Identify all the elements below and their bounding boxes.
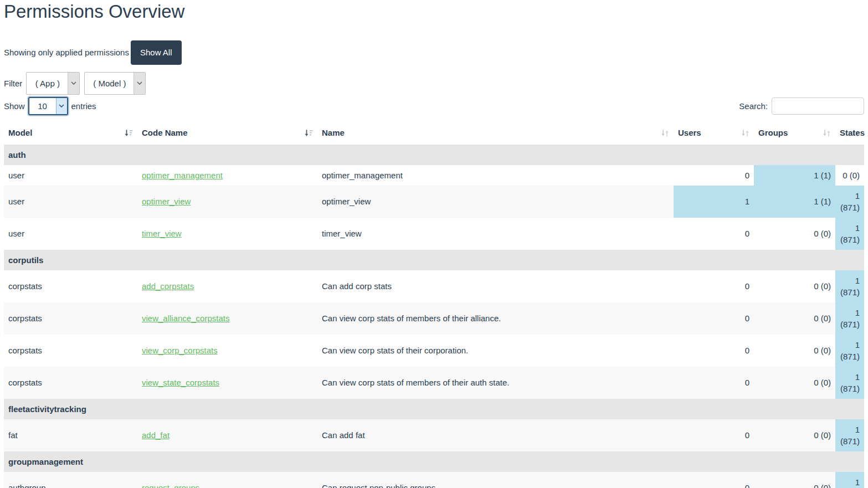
code-name-link[interactable]: view_alliance_corpstats: [142, 314, 229, 323]
page-length-select[interactable]: 10: [29, 98, 67, 114]
app-filter: ( App ): [26, 72, 80, 95]
permission-row: useroptimer_managementoptimer_management…: [4, 165, 864, 186]
groups-count-cell: 0 (0): [754, 302, 835, 335]
groups-count-cell: 1 (1): [754, 165, 835, 186]
groups-count-cell: 0 (0): [754, 218, 835, 250]
app-group-label: corputils: [4, 250, 864, 270]
entries-label: entries: [71, 101, 96, 111]
model-cell: fat: [4, 419, 137, 451]
groups-count-cell: 0 (0): [754, 335, 835, 367]
groups-count-cell: 0 (0): [754, 270, 835, 302]
users-count-cell: 0: [674, 472, 754, 488]
states-count-cell: 1 (871): [835, 302, 864, 335]
permission-row: corpstatsview_state_corpstatsCan view co…: [4, 367, 864, 399]
code-name-cell: optimer_view: [137, 186, 317, 218]
permission-row: corpstatsview_alliance_corpstatsCan view…: [4, 302, 864, 335]
users-count-cell: 0: [674, 335, 754, 367]
code-name-cell: timer_view: [137, 218, 317, 250]
model-cell: corpstats: [4, 367, 137, 399]
users-count-cell: 0: [674, 218, 754, 250]
code-name-cell: add_corpstats: [137, 270, 317, 302]
column-header-label: Users: [678, 128, 701, 137]
code-name-link[interactable]: optimer_view: [142, 197, 191, 206]
app-group-label: fleetactivitytracking: [4, 399, 864, 419]
code-name-cell: optimer_management: [137, 165, 317, 186]
model-cell: user: [4, 165, 137, 186]
column-header-code-name[interactable]: Code Name: [137, 123, 317, 145]
name-cell: Can request non-public groups: [317, 472, 674, 488]
column-header-label: Groups: [758, 128, 788, 137]
code-name-cell: view_corp_corpstats: [137, 335, 317, 367]
show-label: Show: [4, 101, 25, 111]
users-count-cell: 0: [674, 419, 754, 451]
filter-row: Filter ( App ) ( Model ): [4, 72, 864, 95]
sort-amount-asc-icon: [124, 129, 133, 140]
code-name-link[interactable]: timer_view: [142, 229, 182, 238]
model-cell: corpstats: [4, 270, 137, 302]
search-control: Search:: [739, 97, 864, 115]
code-name-link[interactable]: request_groups: [142, 483, 199, 488]
app-group-label: auth: [4, 145, 864, 165]
code-name-link[interactable]: optimer_management: [142, 171, 223, 180]
permission-row: corpstatsadd_corpstatsCan add corp stats…: [4, 270, 864, 302]
name-cell: Can view corp stats of members of their …: [317, 302, 674, 335]
column-header-groups[interactable]: Groups: [754, 123, 835, 145]
groups-count-cell: 0 (0): [754, 472, 835, 488]
states-count-cell: 1 (871): [835, 218, 864, 250]
permission-row: fatadd_fatCan add fat00 (0)1 (871): [4, 419, 864, 451]
code-name-cell: view_state_corpstats: [137, 367, 317, 399]
states-count-cell: 1 (871): [835, 335, 864, 367]
code-name-cell: request_groups: [137, 472, 317, 488]
states-count-cell: 1 (871): [835, 472, 864, 488]
states-count-cell: 1 (871): [835, 270, 864, 302]
name-cell: Can add corp stats: [317, 270, 674, 302]
permission-row: corpstatsview_corp_corpstatsCan view cor…: [4, 335, 864, 367]
users-count-cell: 1: [674, 186, 754, 218]
app-filter-select[interactable]: ( App ): [27, 73, 79, 94]
model-filter: ( Model ): [84, 72, 146, 95]
name-cell: Can view corp stats of members of their …: [317, 367, 674, 399]
code-name-cell: view_alliance_corpstats: [137, 302, 317, 335]
app-group-row: fleetactivitytracking: [4, 399, 864, 419]
column-header-states[interactable]: States: [835, 123, 864, 145]
app-group-row: auth: [4, 145, 864, 165]
users-count-cell: 0: [674, 270, 754, 302]
page-title: Permissions Overview: [4, 0, 864, 22]
users-count-cell: 0: [674, 367, 754, 399]
table-body: authuseroptimer_managementoptimer_manage…: [4, 145, 864, 488]
column-header-users[interactable]: Users: [674, 123, 754, 145]
model-cell: authgroup: [4, 472, 137, 488]
sort-both-icon: [741, 129, 749, 140]
model-filter-select[interactable]: ( Model ): [85, 73, 145, 94]
states-count-cell: 1 (871): [835, 419, 864, 451]
column-header-label: Model: [8, 128, 32, 137]
page-length-control: Show 10 entries: [4, 97, 96, 115]
table-header-row: ModelCode NameNameUsersGroupsStates: [4, 123, 864, 145]
states-count-cell: 1 (871): [835, 186, 864, 218]
show-all-button[interactable]: Show All: [131, 40, 182, 65]
model-cell: user: [4, 218, 137, 250]
name-cell: Can add fat: [317, 419, 674, 451]
code-name-link[interactable]: add_corpstats: [142, 281, 194, 291]
code-name-link[interactable]: view_state_corpstats: [142, 378, 219, 387]
users-count-cell: 0: [674, 302, 754, 335]
code-name-link[interactable]: add_fat: [142, 430, 170, 440]
column-header-model[interactable]: Model: [4, 123, 137, 145]
filter-label: Filter: [4, 79, 22, 88]
model-cell: corpstats: [4, 302, 137, 335]
sort-both-icon: [823, 129, 831, 140]
permissions-table: ModelCode NameNameUsersGroupsStates auth…: [4, 123, 864, 488]
column-header-label: States: [840, 128, 865, 137]
permission-row: usertimer_viewtimer_view00 (0)1 (871): [4, 218, 864, 250]
column-header-label: Code Name: [142, 128, 188, 137]
search-input[interactable]: [772, 97, 864, 115]
code-name-link[interactable]: view_corp_corpstats: [142, 346, 218, 355]
search-label: Search:: [739, 101, 768, 111]
name-cell: optimer_management: [317, 165, 674, 186]
users-count-cell: 0: [674, 165, 754, 186]
app-group-label: groupmanagement: [4, 451, 864, 472]
sort-amount-asc-icon: [304, 129, 313, 140]
states-count-cell: 0 (0): [835, 165, 864, 186]
column-header-name[interactable]: Name: [317, 123, 674, 145]
sort-both-icon: [661, 129, 669, 140]
